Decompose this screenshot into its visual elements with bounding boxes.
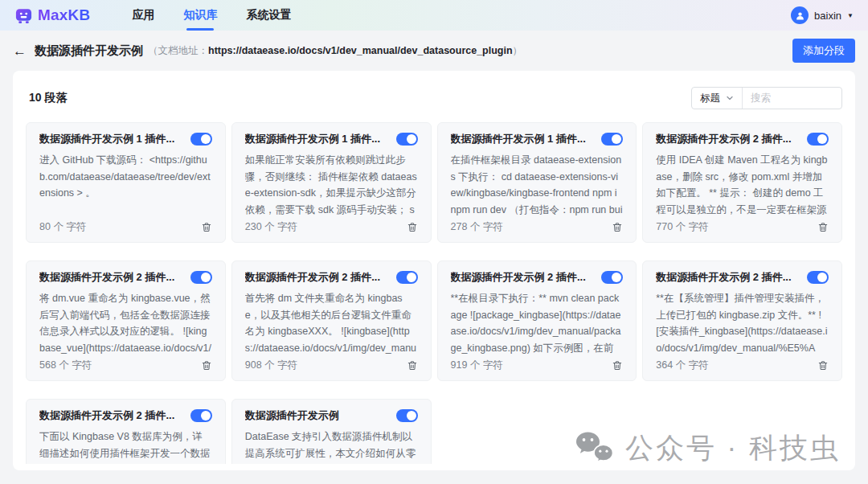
delete-segment-icon[interactable] xyxy=(201,359,212,371)
segment-char-count: 364 个 字符 xyxy=(656,359,708,372)
segment-card-header: 数据源插件开发示例 1 插件... xyxy=(245,132,418,146)
segment-card-footer: 230 个 字符 xyxy=(245,220,418,234)
search-field-select[interactable]: 标题 xyxy=(692,88,743,109)
segment-card-header: 数据源插件开发示例 2 插件... xyxy=(451,270,624,285)
segment-content: 进入 GitHub 下载源码： <https://github.com/data… xyxy=(39,152,212,202)
segment-card[interactable]: 数据源插件开发示例 2 插件... **在【系统管理】插件管理安装插件，上传已打… xyxy=(642,260,842,381)
segment-enabled-toggle[interactable] xyxy=(601,271,623,284)
segment-card-header: 数据源插件开发示例 2 插件... xyxy=(39,408,212,423)
segment-title: 数据源插件开发示例 2 插件... xyxy=(245,270,390,285)
segment-title: 数据源插件开发示例 2 插件... xyxy=(39,270,184,285)
chevron-down-icon: ▼ xyxy=(847,12,854,19)
chevron-down-icon xyxy=(726,94,734,102)
segment-enabled-toggle[interactable] xyxy=(601,133,623,146)
segment-title: 数据源插件开发示例 2 插件... xyxy=(656,270,800,285)
delete-segment-icon[interactable] xyxy=(407,359,418,371)
search-input[interactable] xyxy=(743,92,841,104)
delete-segment-icon[interactable] xyxy=(817,221,829,233)
segment-card-footer: 278 个 字符 xyxy=(451,220,624,234)
segment-title: 数据源插件开发示例 xyxy=(245,408,390,423)
segment-enabled-toggle[interactable] xyxy=(190,409,212,422)
segment-card[interactable]: 数据源插件开发示例 2 插件... 下面以 Kingbase V8 数据库为例，… xyxy=(26,399,226,464)
segments-scroll-area[interactable]: 数据源插件开发示例 1 插件... 进入 GitHub 下载源码： <https… xyxy=(26,122,842,464)
segment-card[interactable]: 数据源插件开发示例 2 插件... 将 dm.vue 重命名为 kingbase… xyxy=(26,260,226,381)
top-navbar: MaxKB 应用 知识库 系统设置 baixin ▼ xyxy=(0,0,868,31)
segment-card[interactable]: 数据源插件开发示例 DataEase 支持引入数据源插件机制以提高系统可扩展性，… xyxy=(231,399,432,464)
segment-card-header: 数据源插件开发示例 1 插件... xyxy=(39,132,212,146)
segment-card-header: 数据源插件开发示例 2 插件... xyxy=(656,132,829,146)
segments-panel: 10 段落 标题 数据源插件开发示例 1 插件... xyxy=(13,71,855,470)
segment-card[interactable]: 数据源插件开发示例 1 插件... 如果能正常安装所有依赖则跳过此步骤，否则继续… xyxy=(231,122,432,243)
segment-content: 如果能正常安装所有依赖则跳过此步骤，否则继续： 插件框架依赖 dataease-… xyxy=(245,152,418,220)
segment-title: 数据源插件开发示例 2 插件... xyxy=(451,270,596,285)
delete-segment-icon[interactable] xyxy=(201,221,212,233)
delete-segment-icon[interactable] xyxy=(612,359,623,371)
user-name: baixin xyxy=(814,10,841,22)
maxkb-robot-icon xyxy=(14,6,33,25)
segment-card[interactable]: 数据源插件开发示例 2 插件... 使用 IDEA 创建 Maven 工程名为 … xyxy=(642,122,842,243)
segment-card-header: 数据源插件开发示例 2 插件... xyxy=(656,270,829,285)
segment-content: 下面以 Kingbase V8 数据库为例，详细描述如何使用插件框架开发一个数据… xyxy=(39,429,212,464)
segment-char-count: 770 个 字符 xyxy=(656,220,708,234)
doc-address: （文档地址：https://dataease.io/docs/v1/dev_ma… xyxy=(148,44,522,58)
segment-content: 首先将 dm 文件夹重命名为 kingbase，以及其他相关的后台逻辑文件重命名… xyxy=(245,290,418,359)
segment-char-count: 278 个 字符 xyxy=(451,220,503,234)
back-arrow-icon[interactable]: ← xyxy=(13,44,27,58)
segment-char-count: 568 个 字符 xyxy=(39,359,92,372)
segment-card-footer: 364 个 字符 xyxy=(656,359,829,372)
segments-grid: 数据源插件开发示例 1 插件... 进入 GitHub 下载源码： <https… xyxy=(26,122,842,464)
nav-tab-knowledge-base[interactable]: 知识库 xyxy=(183,0,217,31)
nav-tab-system-settings[interactable]: 系统设置 xyxy=(246,0,291,31)
segment-card-footer: 919 个 字符 xyxy=(451,359,624,372)
document-header: ← 数据源插件开发示例 （文档地址：https://dataease.io/do… xyxy=(0,31,868,71)
search-group: 标题 xyxy=(691,87,842,109)
segment-card-footer: 908 个 字符 xyxy=(245,359,418,372)
segment-title: 数据源插件开发示例 1 插件... xyxy=(245,132,390,146)
segment-content: 在插件框架根目录 dataease-extensions 下执行： cd dat… xyxy=(451,152,624,220)
segment-char-count: 80 个 字符 xyxy=(39,220,86,234)
main-nav: 应用 知识库 系统设置 xyxy=(132,0,320,31)
segment-enabled-toggle[interactable] xyxy=(807,271,829,284)
segment-char-count: 919 个 字符 xyxy=(451,359,503,372)
segment-enabled-toggle[interactable] xyxy=(396,133,418,146)
delete-segment-icon[interactable] xyxy=(612,221,623,233)
segment-content: DataEase 支持引入数据源插件机制以提高系统可扩展性，本文介绍如何从零开始… xyxy=(245,429,418,464)
segment-char-count: 230 个 字符 xyxy=(245,220,297,234)
segment-content: 使用 IDEA 创建 Maven 工程名为 kingbase，删除 src，修改… xyxy=(656,152,829,220)
add-segment-button[interactable]: 添加分段 xyxy=(792,39,855,63)
segment-card-footer: 770 个 字符 xyxy=(656,220,829,234)
segment-enabled-toggle[interactable] xyxy=(190,133,212,146)
page-title: 数据源插件开发示例 xyxy=(35,43,143,59)
segment-card[interactable]: 数据源插件开发示例 2 插件... **在根目录下执行：** mvn clean… xyxy=(437,260,637,381)
segment-enabled-toggle[interactable] xyxy=(396,271,418,284)
avatar xyxy=(791,6,809,24)
segment-card-header: 数据源插件开发示例 2 插件... xyxy=(39,270,212,285)
nav-tab-applications[interactable]: 应用 xyxy=(132,0,154,31)
segment-content: **在根目录下执行：** mvn clean package ![package… xyxy=(451,290,624,359)
segment-title: 数据源插件开发示例 1 插件... xyxy=(451,132,596,146)
segment-enabled-toggle[interactable] xyxy=(396,409,418,422)
user-menu[interactable]: baixin ▼ xyxy=(791,6,854,24)
doc-address-prefix: （文档地址： xyxy=(148,45,208,56)
doc-address-suffix: ） xyxy=(513,45,523,56)
search-field-label: 标题 xyxy=(700,92,720,105)
segment-card-header: 数据源插件开发示例 1 插件... xyxy=(451,132,624,146)
paragraph-count: 10 段落 xyxy=(29,91,67,105)
panel-toolbar: 10 段落 标题 xyxy=(13,71,855,122)
segment-card-footer: 80 个 字符 xyxy=(39,220,212,234)
segment-content: **在【系统管理】插件管理安装插件，上传已打包的 kingbase.zip 文件… xyxy=(656,290,829,359)
segment-title: 数据源插件开发示例 2 插件... xyxy=(39,408,184,423)
segment-card[interactable]: 数据源插件开发示例 1 插件... 在插件框架根目录 dataease-exte… xyxy=(437,122,637,243)
brand-logo[interactable]: MaxKB xyxy=(14,6,90,25)
segment-card-header: 数据源插件开发示例 xyxy=(245,408,418,423)
segment-card[interactable]: 数据源插件开发示例 1 插件... 进入 GitHub 下载源码： <https… xyxy=(26,122,226,243)
delete-segment-icon[interactable] xyxy=(407,221,418,233)
segment-char-count: 908 个 字符 xyxy=(245,359,297,372)
segment-card-footer: 568 个 字符 xyxy=(39,359,212,372)
doc-url: https://dataease.io/docs/v1/dev_manual/d… xyxy=(208,45,513,56)
segment-enabled-toggle[interactable] xyxy=(807,133,829,146)
segment-title: 数据源插件开发示例 1 插件... xyxy=(39,132,184,146)
delete-segment-icon[interactable] xyxy=(817,359,829,371)
segment-enabled-toggle[interactable] xyxy=(190,271,212,284)
segment-card[interactable]: 数据源插件开发示例 2 插件... 首先将 dm 文件夹重命名为 kingbas… xyxy=(231,260,432,381)
